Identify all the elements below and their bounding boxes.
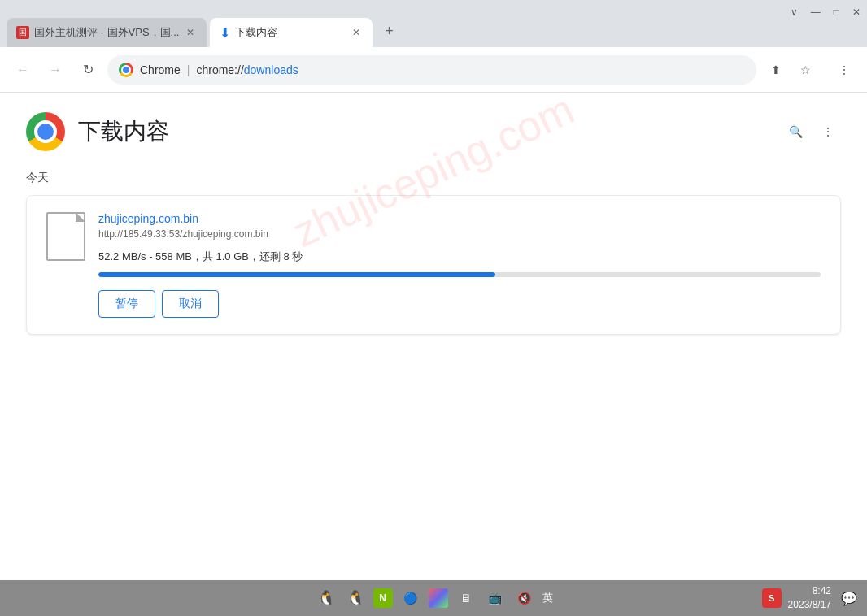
file-icon [46,212,85,261]
tab-active-label: 下载内容 [235,25,277,40]
back-button[interactable]: ← [10,57,36,83]
close-button[interactable]: ✕ [852,7,860,18]
section-label: 今天 [26,171,841,185]
taskbar-icon-nvidia[interactable]: N [373,588,393,608]
taskbar-lang[interactable]: 英 [542,591,553,605]
download-info: zhujiceping.com.bin http://185.49.33.53/… [98,212,821,318]
download-url: http://185.49.33.53/zhujiceping.com.bin [98,228,821,240]
taskbar-icon-display[interactable]: 🖥 [455,587,477,609]
minimize-button[interactable]: — [811,7,821,18]
page-more-icon: ⋮ [822,125,834,138]
tab-active[interactable]: ⬇ 下载内容 ✕ [210,18,373,47]
chevron-icon[interactable]: ∨ [791,7,798,18]
star-icon: ☆ [800,63,811,76]
progress-bar-container [98,272,821,277]
new-tab-button[interactable]: + [376,18,402,44]
chrome-logo-icon [119,63,133,77]
page-more-button[interactable]: ⋮ [815,119,841,145]
download-tab-icon: ⬇ [220,25,230,41]
tab-inactive-label: 国外主机测评 - 国外VPS，国... [34,25,179,40]
tab-inactive-close[interactable]: ✕ [184,26,197,39]
taskbar-clock: 8:42 2023/8/17 [788,584,831,612]
more-menu-button[interactable]: ⋮ [831,57,857,83]
taskbar-icon-bluetooth[interactable]: 🔵 [399,587,422,609]
taskbar-center: 🐧 🐧 N 🔵 🖥 📺 🔇 英 [315,587,553,609]
main-content: zhujiceping.com 下载内容 🔍 ⋮ 今天 zhujiceping.… [0,93,867,580]
taskbar-date-value: 2023/8/17 [788,598,831,612]
pause-button[interactable]: 暂停 [98,290,155,318]
share-icon: ⬆ [771,63,781,76]
bookmark-button[interactable]: ☆ [792,57,818,83]
address-bar[interactable]: Chrome | chrome://downloads [107,55,756,85]
page-title: 下载内容 [78,116,169,147]
download-actions: 暂停 取消 [98,290,821,318]
share-button[interactable]: ⬆ [763,57,789,83]
page-header-left: 下载内容 [26,112,169,151]
refresh-button[interactable]: ↻ [75,57,101,83]
title-bar: 国 国外主机测评 - 国外VPS，国... ✕ ⬇ 下载内容 ✕ + ∨ — □… [0,0,867,47]
taskbar-icon-color[interactable] [429,588,448,608]
download-card: zhujiceping.com.bin http://185.49.33.53/… [26,195,841,335]
more-icon: ⋮ [839,63,850,76]
taskbar-icon-penguin1[interactable]: 🐧 [315,587,338,609]
window-controls: ∨ — □ ✕ [791,7,860,18]
download-filename[interactable]: zhujiceping.com.bin [98,212,821,225]
search-button[interactable]: 🔍 [782,119,808,145]
nav-bar: ← → ↻ Chrome | chrome://downloads ⬆ ☆ ⋮ [0,47,867,93]
tab-inactive[interactable]: 国 国外主机测评 - 国外VPS，国... ✕ [7,18,207,47]
nav-actions: ⬆ ☆ [763,57,818,83]
taskbar-right: S 8:42 2023/8/17 💬 [553,584,861,612]
taskbar-icon-screen[interactable]: 📺 [484,587,507,609]
address-divider: | [187,63,190,76]
page-header-icons: 🔍 ⋮ [782,119,841,145]
taskbar-sohu-icon[interactable]: S [762,588,782,608]
chrome-label: Chrome [140,63,181,76]
notification-button[interactable]: 💬 [838,587,860,609]
maximize-button[interactable]: □ [834,7,839,18]
taskbar-icon-penguin2[interactable]: 🐧 [344,587,367,609]
download-status: 52.2 MB/s - 558 MB，共 1.0 GB，还剩 8 秒 [98,249,821,264]
address-url: chrome://downloads [196,63,298,76]
taskbar-time-value: 8:42 [788,584,831,598]
cancel-button[interactable]: 取消 [162,290,219,318]
taskbar-icon-volume[interactable]: 🔇 [513,587,536,609]
taskbar: 🐧 🐧 N 🔵 🖥 📺 🔇 英 S 8:42 2023/8/17 💬 [0,580,867,616]
chrome-logo-large [26,112,65,151]
tab-active-close[interactable]: ✕ [350,26,363,39]
tab-inactive-icon: 国 [16,26,29,39]
page-header: 下载内容 🔍 ⋮ [26,112,841,151]
forward-button[interactable]: → [42,57,68,83]
search-icon: 🔍 [789,125,803,138]
progress-bar-fill [98,272,495,277]
